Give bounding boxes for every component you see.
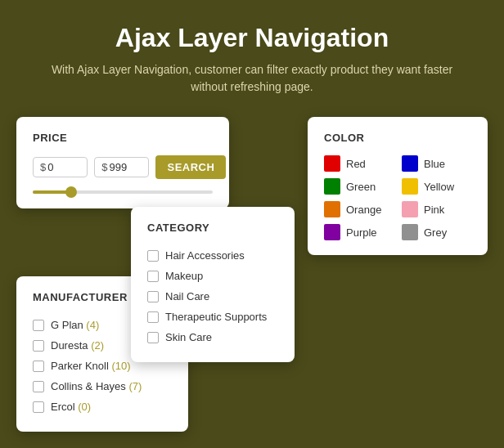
checkbox-icon — [147, 311, 159, 323]
manufacturer-label: G Plan (4) — [51, 319, 99, 331]
manufacturer-label: Parker Knoll (10) — [51, 360, 131, 372]
manufacturer-count: (2) — [91, 339, 104, 352]
manufacturer-label: Duresta (2) — [51, 339, 104, 352]
color-swatch — [324, 155, 340, 172]
color-card: COLOR Red Blue Green Yellow Orange Pink … — [308, 117, 488, 255]
list-item[interactable]: Hair Accessories — [147, 245, 278, 266]
color-swatch — [324, 224, 340, 240]
list-item[interactable]: Ercol (0) — [33, 396, 172, 417]
color-item[interactable]: Orange — [324, 201, 394, 217]
color-swatch — [402, 201, 418, 217]
page-header: Ajax Layer Navigation With Ajax Layer Na… — [0, 0, 504, 109]
list-item[interactable]: Nail Care — [147, 286, 278, 307]
color-item[interactable]: Purple — [324, 224, 394, 240]
list-item[interactable]: Skin Care — [147, 327, 278, 347]
color-item[interactable]: Yellow — [402, 178, 471, 195]
category-label: Therapeutic Supports — [165, 311, 267, 323]
checkbox-icon — [33, 320, 44, 331]
color-grid: Red Blue Green Yellow Orange Pink Purple… — [324, 155, 471, 240]
page-subtitle: With Ajax Layer Navigation, customer can… — [33, 61, 471, 96]
manufacturer-count: (10) — [111, 360, 130, 372]
checkbox-icon — [33, 340, 44, 352]
category-card-title: CATEGORY — [147, 222, 278, 234]
manufacturer-count: (4) — [86, 319, 99, 331]
checkbox-icon — [147, 291, 159, 302]
price-max-input[interactable] — [109, 161, 142, 173]
price-min-wrap: $ — [33, 157, 88, 177]
checkbox-icon — [33, 361, 44, 372]
category-label: Hair Accessories — [165, 249, 245, 262]
category-label: Skin Care — [165, 331, 212, 343]
manufacturer-count: (7) — [128, 380, 142, 392]
checkbox-icon — [33, 381, 44, 392]
list-item[interactable]: Makeup — [147, 266, 278, 286]
color-item[interactable]: Green — [324, 178, 394, 195]
price-slider-thumb[interactable] — [65, 186, 77, 198]
list-item[interactable]: Therapeutic Supports — [147, 307, 278, 327]
manufacturer-label: Collins & Hayes (7) — [51, 380, 142, 392]
price-card-title: PRICE — [33, 132, 213, 144]
color-swatch — [402, 224, 418, 240]
color-label: Orange — [346, 204, 381, 216]
category-label: Nail Care — [165, 290, 209, 302]
price-max-wrap: $ — [94, 157, 149, 177]
color-label: Purple — [346, 226, 377, 239]
cards-area: PRICE $ $ SEARCH COLOR Red Blue — [0, 109, 504, 411]
page-title: Ajax Layer Navigation — [33, 23, 471, 53]
checkbox-icon — [147, 250, 159, 262]
category-label: Makeup — [165, 270, 203, 282]
color-item[interactable]: Blue — [402, 155, 471, 172]
price-min-currency: $ — [40, 161, 46, 173]
category-list: Hair Accessories Makeup Nail Care Therap… — [147, 245, 278, 347]
price-inputs: $ $ SEARCH — [33, 155, 213, 179]
color-swatch — [402, 155, 418, 172]
price-slider-fill — [33, 190, 69, 194]
color-label: Red — [346, 158, 366, 170]
color-card-title: COLOR — [324, 132, 471, 144]
color-label: Yellow — [424, 181, 454, 193]
checkbox-icon — [147, 332, 159, 343]
color-label: Green — [346, 181, 376, 193]
price-max-currency: $ — [101, 161, 107, 173]
manufacturer-count: (0) — [78, 401, 91, 413]
price-slider-track[interactable] — [33, 190, 213, 194]
color-swatch — [402, 178, 418, 195]
list-item[interactable]: Collins & Hayes (7) — [33, 376, 172, 396]
color-item[interactable]: Pink — [402, 201, 471, 217]
checkbox-icon — [33, 401, 44, 413]
category-card: CATEGORY Hair Accessories Makeup Nail Ca… — [131, 207, 295, 362]
manufacturer-label: Ercol (0) — [51, 401, 91, 413]
color-swatch — [324, 201, 340, 217]
color-label: Blue — [424, 158, 445, 170]
color-swatch — [324, 178, 340, 195]
price-card: PRICE $ $ SEARCH — [16, 117, 229, 208]
color-label: Grey — [424, 226, 447, 239]
search-button[interactable]: SEARCH — [155, 155, 226, 179]
color-item[interactable]: Grey — [402, 224, 471, 240]
price-min-input[interactable] — [47, 161, 80, 173]
color-label: Pink — [424, 204, 444, 216]
checkbox-icon — [147, 271, 159, 282]
color-item[interactable]: Red — [324, 155, 394, 172]
